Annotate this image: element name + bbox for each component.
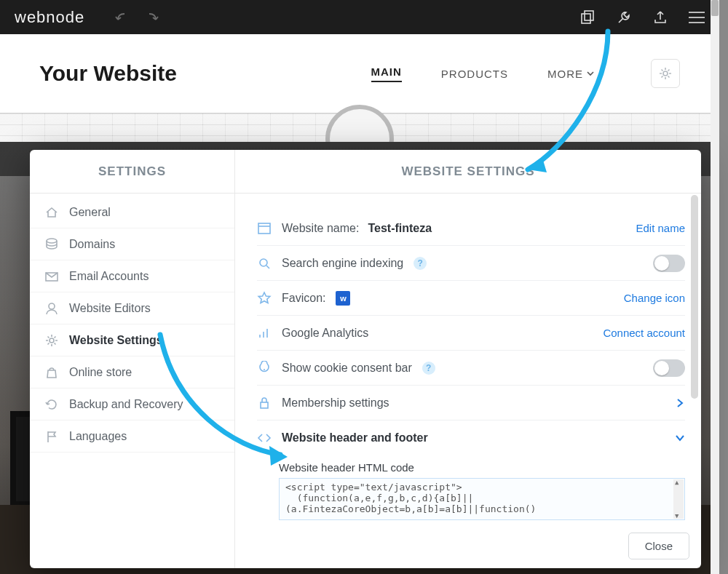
window-scrollbar[interactable] [711,0,719,574]
redo-icon[interactable] [144,9,160,25]
chevron-down-icon [587,70,594,77]
row-google-analytics: Google Analytics Connect account [257,316,685,351]
content-scrollbar[interactable] [691,195,698,525]
user-icon [44,301,59,316]
window-icon [257,221,272,236]
panel-title: WEBSITE SETTINGS [235,150,701,193]
restore-icon [44,397,59,412]
sidebar-item-label: General [69,206,111,219]
brand-logo: webnode [15,8,84,27]
sidebar-item-label: Website Editors [69,302,151,315]
change-icon-link[interactable]: Change icon [624,292,685,304]
sidebar-item-editors[interactable]: Website Editors [30,292,234,324]
svg-point-6 [50,338,54,343]
flag-icon [44,429,59,444]
site-title[interactable]: Your Website [39,61,177,86]
help-icon[interactable]: ? [422,362,435,375]
analytics-icon [257,326,272,340]
gear-icon [658,66,673,81]
header-html-label: Website header HTML code [257,455,685,478]
sidebar-item-label: Online store [69,366,132,379]
row-header-footer[interactable]: Website header and footer [257,420,685,455]
search-indexing-toggle[interactable] [653,255,685,272]
svg-rect-0 [582,14,590,23]
svg-rect-9 [261,402,268,408]
sidebar-item-store[interactable]: Online store [30,356,234,388]
row-website-name: Website name: Test-finteza Edit name [257,211,685,246]
name-value: Test-finteza [368,222,432,235]
row-search-indexing: Search engine indexing ? [257,246,685,281]
sidebar-item-label: Website Settings [69,334,163,347]
help-icon[interactable]: ? [414,257,427,270]
site-header: Your Website MAIN PRODUCTS MORE [0,34,719,113]
settings-modal: SETTINGS WEBSITE SETTINGS General Domain… [30,150,701,568]
close-button[interactable]: Close [628,533,689,559]
sidebar-item-domains[interactable]: Domains [30,228,234,260]
cookie-bar-toggle[interactable] [653,359,685,377]
gear-icon [44,333,59,348]
database-icon [44,237,59,252]
sidebar-item-label: Languages [69,430,127,443]
code-icon [257,431,272,445]
favicon-preview: w [336,291,350,306]
cookie-icon [257,361,272,375]
settings-content: Website name: Test-finteza Edit name Sea… [235,194,701,568]
lock-icon [257,396,272,410]
edit-name-link[interactable]: Edit name [636,222,685,234]
sidebar-title: SETTINGS [30,150,235,193]
menu-icon[interactable] [689,12,705,23]
pages-icon[interactable] [579,9,596,25]
settings-sidebar: General Domains Email Accounts Website E… [30,194,235,568]
header-html-textarea[interactable]: <script type="text/javascript"> (functio… [279,478,685,520]
editor-topbar: webnode [0,0,719,34]
sidebar-item-backup[interactable]: Backup and Recovery [30,388,234,420]
sidebar-item-languages[interactable]: Languages [30,420,234,453]
sidebar-item-label: Domains [69,238,115,251]
home-icon [44,205,59,220]
favicon-label: Favicon: [282,292,325,305]
svg-rect-1 [585,11,593,20]
svg-point-2 [663,71,668,76]
sidebar-item-label: Backup and Recovery [69,398,183,411]
nav-main[interactable]: MAIN [371,65,402,82]
search-indexing-label: Search engine indexing [282,257,403,270]
cookie-bar-label: Show cookie consent bar [282,362,412,375]
star-icon [257,291,272,306]
chevron-down-icon [675,433,685,443]
sidebar-item-website-settings[interactable]: Website Settings [30,324,234,356]
textarea-scrollbar[interactable] [673,479,684,519]
row-cookie-bar: Show cookie consent bar ? [257,351,685,386]
sidebar-item-general[interactable]: General [30,196,234,228]
chevron-right-icon [675,398,685,408]
sidebar-item-email[interactable]: Email Accounts [30,260,234,292]
settings-button[interactable] [651,59,680,88]
bag-icon [44,365,59,380]
nav-products[interactable]: PRODUCTS [441,68,508,80]
connect-account-link[interactable]: Connect account [603,327,685,339]
mail-icon [44,269,59,284]
svg-point-3 [47,239,57,243]
svg-rect-7 [258,223,270,234]
svg-point-8 [260,259,267,266]
wrench-icon[interactable] [616,9,632,25]
publish-icon[interactable] [652,9,668,25]
undo-icon[interactable] [114,9,130,25]
svg-point-5 [49,303,55,309]
sidebar-item-label: Email Accounts [69,270,149,283]
search-icon [257,256,272,271]
membership-label: Membership settings [282,396,389,410]
header-html-code: <script type="text/javascript"> (functio… [285,482,536,514]
nav-more-label: MORE [547,68,583,80]
header-footer-label: Website header and footer [282,431,428,445]
name-label: Website name: [282,222,359,235]
row-favicon: Favicon: w Change icon [257,281,685,316]
google-analytics-label: Google Analytics [282,327,368,340]
nav-more[interactable]: MORE [547,68,594,80]
row-membership[interactable]: Membership settings [257,386,685,420]
